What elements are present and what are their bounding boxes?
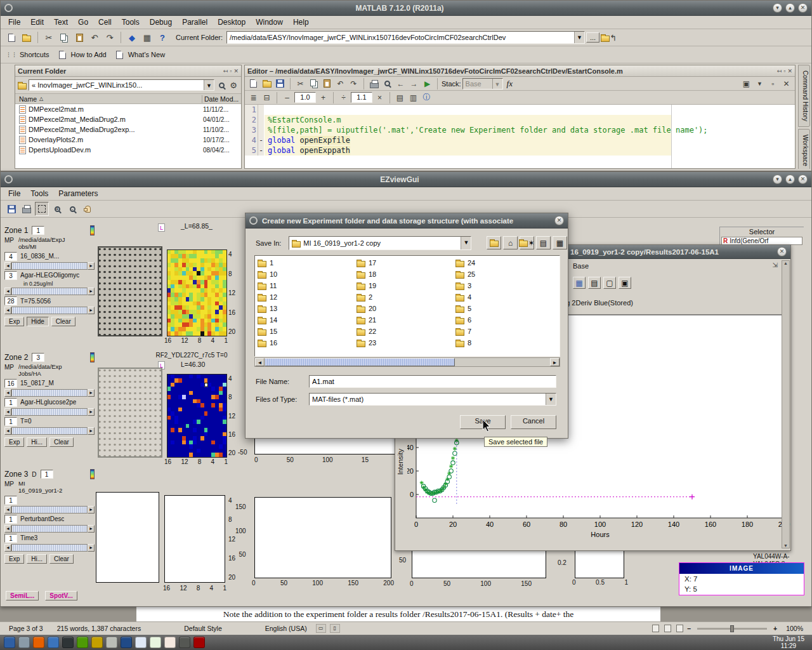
workspace-base-label[interactable]: Base: [573, 262, 589, 270]
zoom-percent[interactable]: 100%: [781, 624, 808, 633]
zone3-plate-field[interactable]: 1: [4, 496, 17, 505]
slider-right-arrow-icon[interactable]: ►: [88, 544, 95, 552]
document-page[interactable]: Note the addition to the experiment fold…: [136, 607, 660, 621]
layout-icon[interactable]: ▣: [740, 77, 752, 90]
slider-track[interactable]: [11, 506, 88, 514]
slider-track[interactable]: [11, 288, 88, 295]
zone1-plate-field[interactable]: 4: [4, 252, 17, 261]
dialog-titlebar[interactable]: Create new Experiment folder and data st…: [246, 213, 568, 229]
up-folder-icon[interactable]: [487, 236, 501, 249]
zone1-hide-button[interactable]: Hide: [27, 317, 49, 326]
code-line[interactable]: 2%EstartConsole.m: [245, 115, 795, 125]
zoom-slider[interactable]: [697, 628, 767, 630]
sort-ascending-icon[interactable]: △: [39, 96, 43, 102]
page-style[interactable]: Default Style: [179, 624, 227, 633]
folder-item[interactable]: 23: [357, 337, 455, 348]
save-icon[interactable]: [274, 77, 286, 90]
zone2-heatmap[interactable]: [167, 374, 227, 458]
zone3-microplate-image[interactable]: [96, 492, 159, 583]
home-icon[interactable]: ⌂: [503, 236, 518, 249]
close-editor-icon[interactable]: ✕: [780, 77, 792, 90]
slider-left-arrow-icon[interactable]: ◄: [4, 525, 11, 533]
zone2-time-field[interactable]: 1: [4, 417, 17, 426]
close-button[interactable]: ✕: [798, 3, 808, 13]
help-icon[interactable]: ?: [155, 30, 169, 44]
file-row[interactable]: DMPexcel2mat.m11/11/2...: [15, 104, 241, 114]
details-view-icon[interactable]: ▦: [553, 236, 567, 249]
stack-combobox[interactable]: Base ▼: [462, 78, 503, 90]
evaluate-cell-icon[interactable]: ▤: [394, 91, 406, 103]
taskbar-icon-folder-blue[interactable]: [48, 637, 59, 648]
zoom-out-button[interactable]: –: [687, 625, 691, 632]
taskbar-icon-package-green[interactable]: [77, 637, 88, 648]
folder-item[interactable]: 25: [455, 269, 554, 280]
taskbar-icon-terminal[interactable]: [62, 637, 74, 648]
dock-icon[interactable]: ↤: [223, 68, 228, 74]
label-chip-icon[interactable]: L: [158, 223, 165, 232]
slider-track[interactable]: [11, 408, 88, 416]
folder-item[interactable]: 6: [455, 314, 554, 326]
dropdown-arrow-icon[interactable]: ▼: [546, 394, 556, 405]
panel-menu-arrow-icon[interactable]: ▼: [754, 77, 766, 90]
slider-track[interactable]: [11, 544, 88, 552]
new-file-icon[interactable]: [247, 77, 259, 90]
date-column-header[interactable]: Date Mod...: [202, 95, 241, 103]
slider-right-arrow-icon[interactable]: ►: [88, 307, 95, 314]
colorbar-icon[interactable]: [90, 225, 95, 235]
maximize-button[interactable]: ▴: [785, 175, 795, 184]
zone3-time-slider[interactable]: ◄►: [4, 544, 95, 552]
taskbar-icon-browser[interactable]: [121, 637, 132, 648]
zone2-media-slider[interactable]: ◄►: [4, 408, 95, 416]
slider-track[interactable]: [11, 427, 88, 435]
matlab-menu-file[interactable]: File: [3, 16, 25, 29]
zone3-exp-button[interactable]: Exp: [4, 554, 24, 564]
horizontal-scrollbar[interactable]: ◄ ►: [254, 357, 560, 367]
matlab-menu-text[interactable]: Text: [49, 16, 73, 29]
ezviewgui-titlebar[interactable]: EZviewGui ▾ ▴ ✕: [1, 172, 811, 187]
slider-right-arrow-icon[interactable]: ►: [88, 288, 95, 295]
browse-folder-button[interactable]: ...: [586, 32, 599, 43]
ezview-menu-tools[interactable]: Tools: [25, 187, 53, 200]
slider-right-arrow-icon[interactable]: ►: [88, 408, 95, 416]
slider-left-arrow-icon[interactable]: ◄: [4, 288, 11, 295]
print-icon[interactable]: [368, 77, 380, 90]
current-folder-panel-header[interactable]: Current Folder ↤ ▫ ✕: [15, 65, 241, 77]
folder-item[interactable]: 20: [357, 303, 455, 314]
matlab-menu-debug[interactable]: Debug: [145, 16, 177, 29]
code-line[interactable]: 3%[file,path] = uiputfile('.mat','Create…: [245, 125, 795, 135]
slider-left-arrow-icon[interactable]: ◄: [4, 506, 11, 514]
word-count[interactable]: 215 words, 1,387 characters: [52, 624, 147, 633]
zone1-plate-slider[interactable]: ◄►: [4, 262, 95, 270]
editor-header[interactable]: Editor – /media/data/EASY/InovImager_jwr…: [245, 65, 795, 77]
slider-left-arrow-icon[interactable]: ◄: [4, 427, 11, 435]
taskbar-clock[interactable]: Thu Jun 15 11:29: [773, 635, 808, 650]
dropdown-arrow-icon[interactable]: ▼: [204, 80, 214, 90]
zone3-heatmap-placeholder[interactable]: [164, 495, 225, 583]
cut-icon[interactable]: ✂: [294, 77, 306, 90]
scrollbar[interactable]: ▲▼: [782, 260, 790, 548]
view-single-page-icon[interactable]: [652, 625, 659, 632]
minimize-button[interactable]: ▾: [773, 3, 782, 13]
matlab-menu-edit[interactable]: Edit: [25, 16, 49, 29]
scroll-down-icon[interactable]: ▼: [782, 543, 789, 548]
document-text[interactable]: Note the addition to the experiment fold…: [223, 609, 573, 619]
divide-value-button[interactable]: ÷: [337, 91, 350, 103]
folder-item[interactable]: 22: [357, 326, 455, 337]
matlab-titlebar[interactable]: MATLAB 7.12.0 (R2011a) ▾ ▴ ✕: [1, 1, 811, 16]
increase-value-button[interactable]: +: [317, 91, 329, 103]
back-icon[interactable]: ←: [395, 77, 407, 90]
new-folder-icon[interactable]: ✶: [520, 236, 534, 249]
tab-workspace[interactable]: Workspace: [798, 129, 810, 169]
matlab-menu-help[interactable]: Help: [288, 16, 314, 29]
copy-icon[interactable]: [308, 77, 320, 90]
cancel-button[interactable]: Cancel: [511, 415, 556, 429]
dropdown-arrow-icon[interactable]: ▼: [574, 32, 584, 43]
up-folder-icon[interactable]: ↰: [601, 30, 617, 44]
figure-toolbar-blank-icon[interactable]: ▣: [619, 277, 631, 289]
window-menu-icon[interactable]: [249, 216, 258, 225]
matlab-menu-go[interactable]: Go: [73, 16, 93, 29]
folder-item[interactable]: 3: [455, 280, 554, 291]
cell-options-icon[interactable]: ⊟: [261, 91, 273, 103]
matlab-menu-window[interactable]: Window: [251, 16, 288, 29]
slider-left-arrow-icon[interactable]: ◄: [4, 544, 11, 552]
